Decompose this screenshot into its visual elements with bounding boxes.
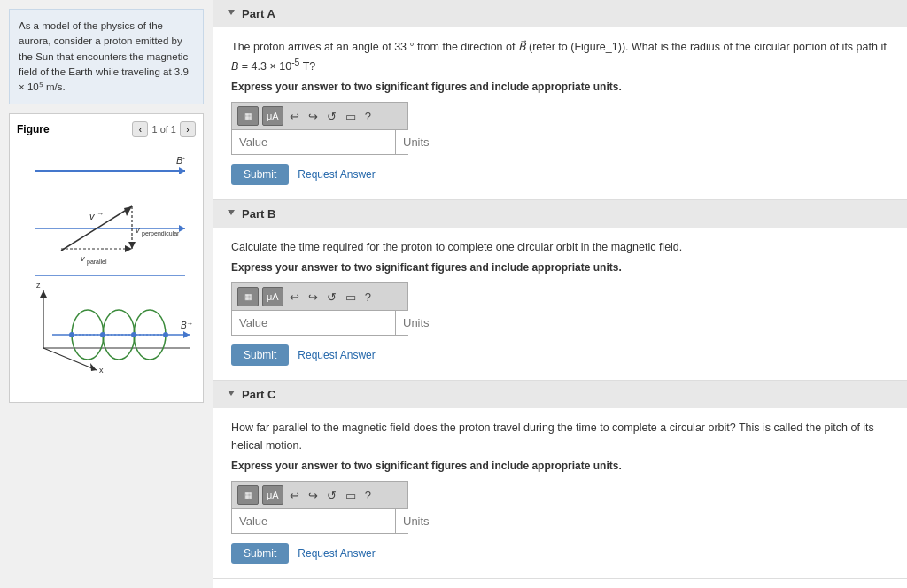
- part-a-image-button[interactable]: ▭: [343, 108, 359, 125]
- part-b-body: Calculate the time required for the prot…: [213, 228, 907, 380]
- part-c-triangle-icon: [228, 391, 235, 399]
- svg-text:→: →: [97, 210, 104, 218]
- part-a-body: The proton arrives at an angle of 33 ° f…: [213, 27, 907, 199]
- part-c-grid-button[interactable]: ▦: [237, 485, 259, 505]
- svg-text:v: v: [89, 211, 96, 221]
- part-b-redo-button[interactable]: ↪: [306, 289, 321, 306]
- part-c-units-input[interactable]: [396, 509, 467, 533]
- part-a-triangle-icon: [228, 10, 235, 19]
- part-b-help-button[interactable]: ?: [362, 289, 374, 306]
- svg-marker-1: [179, 167, 185, 174]
- svg-marker-5: [179, 225, 185, 232]
- main-content: Part A The proton arrives at an angle of…: [213, 0, 907, 588]
- part-a-request-answer-link[interactable]: Request Answer: [298, 168, 375, 181]
- part-c-question: How far parallel to the magnetic field d…: [231, 419, 889, 454]
- part-b-reset-button[interactable]: ↺: [324, 289, 339, 306]
- problem-text: As a model of the physics of the aurora,…: [19, 20, 189, 92]
- svg-text:v: v: [136, 226, 140, 235]
- figure-prev-button[interactable]: ‹: [132, 121, 148, 137]
- svg-marker-20: [40, 290, 47, 298]
- part-c-header: Part C: [213, 381, 907, 408]
- svg-marker-7: [124, 206, 132, 216]
- figure-panel: Figure ‹ 1 of 1 › B → v: [9, 113, 204, 403]
- part-c-help-button[interactable]: ?: [362, 487, 374, 504]
- part-c-section: Part C How far parallel to the magnetic …: [213, 381, 907, 579]
- svg-text:perpendicular: perpendicular: [142, 230, 180, 237]
- part-a-units-input[interactable]: [396, 130, 467, 154]
- part-b-header: Part B: [213, 200, 907, 228]
- part-b-mu-button[interactable]: μA: [262, 287, 283, 306]
- part-c-redo-button[interactable]: ↪: [306, 487, 321, 504]
- part-b-actions: Submit Request Answer: [231, 344, 889, 366]
- problem-description: As a model of the physics of the aurora,…: [9, 9, 204, 104]
- part-b-submit-button[interactable]: Submit: [231, 344, 289, 366]
- part-a-header: Part A: [213, 0, 907, 27]
- part-b-request-answer-link[interactable]: Request Answer: [298, 349, 375, 361]
- part-a-submit-button[interactable]: Submit: [231, 164, 289, 185]
- svg-text:→: →: [179, 154, 186, 162]
- svg-text:z: z: [36, 281, 41, 290]
- part-c-mu-button[interactable]: μA: [262, 485, 283, 505]
- part-a-redo-button[interactable]: ↪: [306, 108, 321, 125]
- part-c-undo-button[interactable]: ↩: [287, 487, 302, 504]
- part-b-label: Part B: [242, 207, 275, 220]
- svg-text:parallel: parallel: [87, 259, 107, 266]
- svg-marker-27: [183, 331, 190, 338]
- part-b-instruction: Express your answer to two significant f…: [231, 261, 889, 274]
- part-b-triangle-icon: [228, 210, 235, 219]
- part-a-grid-button[interactable]: ▦: [237, 106, 259, 126]
- part-a-question: The proton arrives at an angle of 33 ° f…: [231, 38, 889, 75]
- svg-marker-23: [90, 363, 97, 371]
- part-a-undo-button[interactable]: ↩: [287, 108, 302, 125]
- part-a-mu-button[interactable]: μA: [262, 106, 283, 126]
- svg-text:→: →: [186, 320, 193, 328]
- part-a-value-input[interactable]: [232, 130, 396, 154]
- part-c-value-input[interactable]: [232, 509, 396, 533]
- part-c-request-answer-link[interactable]: Request Answer: [298, 547, 375, 560]
- provide-feedback-link[interactable]: Provide Feedback: [213, 579, 907, 588]
- part-c-toolbar: ▦ μA ↩ ↪ ↺ ▭ ?: [231, 481, 408, 508]
- part-b-image-button[interactable]: ▭: [343, 289, 359, 306]
- part-b-grid-button[interactable]: ▦: [237, 287, 259, 306]
- figure-next-button[interactable]: ›: [180, 121, 196, 137]
- part-b-value-input[interactable]: [232, 311, 396, 335]
- part-a-help-button[interactable]: ?: [362, 108, 374, 125]
- part-a-toolbar: ▦ μA ↩ ↪ ↺ ▭ ?: [231, 102, 408, 129]
- part-a-actions: Submit Request Answer: [231, 164, 889, 185]
- part-c-instruction: Express your answer to two significant f…: [231, 460, 889, 472]
- part-a-answer-box: [231, 129, 408, 155]
- part-a-instruction: Express your answer to two significant f…: [231, 81, 889, 93]
- figure-nav-count: 1 of 1: [151, 124, 176, 135]
- figure-title: Figure: [17, 123, 50, 135]
- part-a-section: Part A The proton arrives at an angle of…: [213, 0, 907, 200]
- part-b-section: Part B Calculate the time required for t…: [213, 200, 907, 381]
- part-b-units-input[interactable]: [396, 311, 467, 335]
- part-c-actions: Submit Request Answer: [231, 543, 889, 564]
- figure-svg: B → v → v perpendicular v parall: [17, 144, 196, 395]
- svg-text:x: x: [99, 366, 104, 375]
- part-b-question: Calculate the time required for the prot…: [231, 238, 889, 256]
- part-a-reset-button[interactable]: ↺: [324, 108, 339, 125]
- svg-text:v: v: [81, 254, 85, 263]
- part-c-image-button[interactable]: ▭: [343, 487, 359, 504]
- part-c-submit-button[interactable]: Submit: [231, 543, 289, 564]
- part-b-undo-button[interactable]: ↩: [287, 289, 302, 306]
- part-c-answer-box: [231, 508, 408, 534]
- part-a-label: Part A: [242, 7, 275, 20]
- part-b-toolbar: ▦ μA ↩ ↪ ↺ ▭ ?: [231, 282, 408, 310]
- part-b-answer-box: [231, 310, 408, 336]
- part-c-reset-button[interactable]: ↺: [324, 487, 339, 504]
- part-c-label: Part C: [242, 388, 275, 401]
- part-c-body: How far parallel to the magnetic field d…: [213, 408, 907, 578]
